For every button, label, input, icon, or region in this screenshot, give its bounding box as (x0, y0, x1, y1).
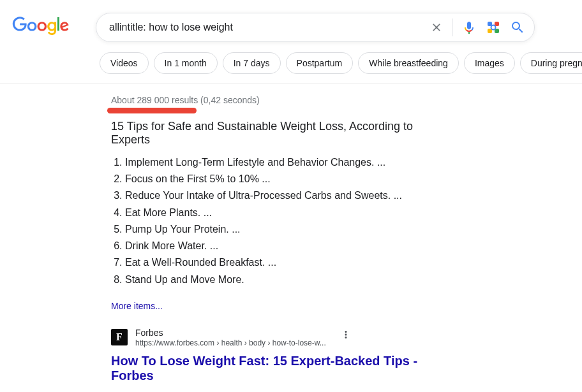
result-stats: About 289 000 results (0,42 seconds) (111, 95, 447, 105)
source-url: https://www.forbes.com › health › body ›… (135, 338, 326, 347)
featured-snippet-title: 15 Tips for Safe and Sustainable Weight … (111, 120, 447, 147)
search-result: F Forbes https://www.forbes.com › health… (111, 328, 447, 383)
favicon: F (111, 329, 128, 345)
clear-icon[interactable] (430, 21, 443, 34)
microphone-icon[interactable] (461, 20, 477, 35)
list-item: Drink More Water. ... (125, 238, 447, 254)
svg-point-4 (491, 25, 496, 30)
chip-postpartum[interactable]: Postpartum (286, 52, 354, 74)
list-item: Focus on the First 5% to 10% ... (125, 171, 447, 187)
search-box (96, 13, 535, 42)
search-input[interactable] (109, 22, 430, 33)
featured-snippet-list: Implement Long-Term Lifestyle and Behavi… (111, 154, 447, 288)
chip-breastfeeding[interactable]: While breastfeeding (358, 52, 459, 74)
list-item: Stand Up and Move More. (125, 272, 447, 288)
chip-pregnancy[interactable]: During pregnancy (520, 52, 582, 74)
annotation-underline (107, 108, 197, 113)
search-icon[interactable] (510, 20, 525, 35)
results-content: About 289 000 results (0,42 seconds) 15 … (0, 83, 447, 392)
camera-icon[interactable] (486, 20, 501, 35)
chip-videos[interactable]: Videos (100, 52, 149, 74)
list-item: Implement Long-Term Lifestyle and Behavi… (125, 154, 447, 171)
list-item: Reduce Your Intake of Ultra-Processed Ca… (125, 187, 447, 204)
chip-in-7-days[interactable]: In 7 days (223, 52, 281, 74)
list-item: Pump Up Your Protein. ... (125, 221, 447, 238)
chip-in-1-month[interactable]: In 1 month (154, 52, 218, 74)
result-menu-icon[interactable] (340, 329, 352, 343)
result-title-link[interactable]: How To Lose Weight Fast: 15 Expert-Backe… (111, 354, 447, 383)
list-item: Eat More Plants. ... (125, 205, 447, 221)
chip-images[interactable]: Images (464, 52, 515, 74)
source-name: Forbes (135, 328, 326, 338)
header (0, 0, 582, 46)
filter-chips: Videos In 1 month In 7 days Postpartum W… (0, 46, 582, 83)
search-divider (452, 18, 452, 36)
more-items-link[interactable]: More items... (111, 301, 447, 311)
list-item: Eat a Well-Rounded Breakfast. ... (125, 254, 447, 271)
google-logo[interactable] (11, 17, 70, 38)
